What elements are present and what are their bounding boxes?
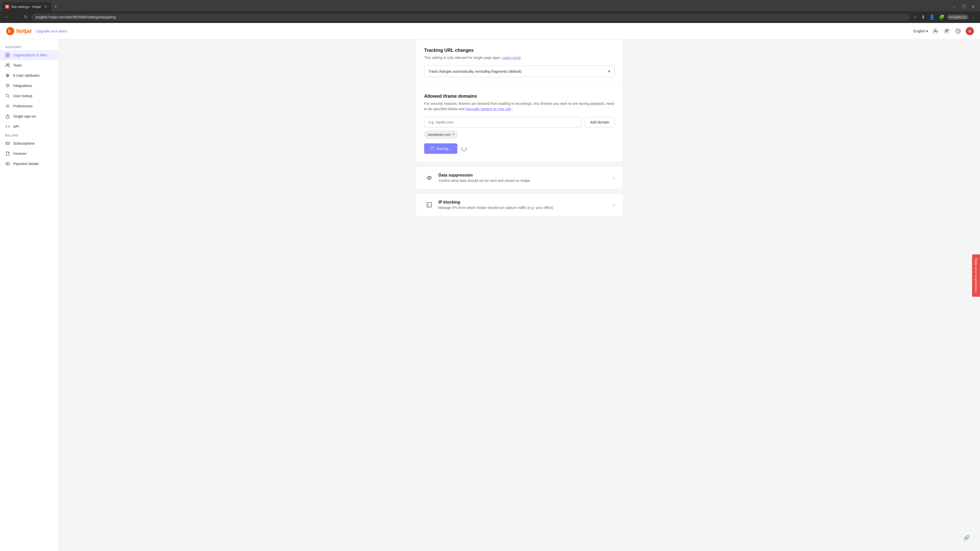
svg-point-14 <box>8 64 10 65</box>
download-icon[interactable]: ⬇ <box>920 13 927 21</box>
sidebar-item-label: Single sign-on <box>13 114 36 118</box>
ip-blocking-section: IP IP blocking Manage IPs from which Hot… <box>416 193 623 216</box>
sidebar-item-label: Preferences <box>13 104 32 108</box>
sidebar: Account Organizations & sites Team <box>0 39 59 551</box>
minimize-button[interactable]: ─ <box>951 3 958 10</box>
sliders-icon <box>5 73 10 78</box>
svg-point-1 <box>6 6 8 7</box>
sidebar-item-invoices[interactable]: Invoices <box>0 148 59 159</box>
svg-point-28 <box>427 176 431 179</box>
address-bar[interactable] <box>32 14 910 21</box>
sidebar-item-payment-details[interactable]: Payment details <box>0 159 59 169</box>
sidebar-item-api[interactable]: API <box>0 121 59 132</box>
back-button[interactable]: ← <box>3 14 11 21</box>
window-controls: ─ ❐ ✕ <box>951 3 978 10</box>
sidebar-item-user-attributes[interactable]: 8 User attributes <box>0 70 59 81</box>
add-domain-button[interactable]: Add domain <box>585 117 614 127</box>
svg-point-21 <box>6 94 8 97</box>
browser-tab-active[interactable]: Site settings - Hotjar ✕ <box>2 2 51 11</box>
invite-users-button[interactable] <box>932 27 939 35</box>
sidebar-item-label: Team <box>13 63 22 67</box>
manage-users-button[interactable] <box>943 27 950 35</box>
domain-input-field[interactable] <box>424 117 582 127</box>
svg-point-18 <box>6 74 7 75</box>
help-button[interactable]: ? <box>955 27 962 35</box>
lock-icon <box>5 114 10 119</box>
svg-point-4 <box>934 30 936 31</box>
svg-point-22 <box>7 105 8 107</box>
sidebar-item-subscriptions[interactable]: Subscriptions <box>0 138 59 148</box>
svg-rect-10 <box>8 53 10 55</box>
tracking-url-dropdown[interactable]: Track changes automatically, excluding f… <box>424 65 614 77</box>
sidebar-item-organizations-sites[interactable]: Organizations & sites <box>0 50 59 60</box>
sidebar-item-label: Integrations <box>13 84 32 88</box>
svg-point-6 <box>947 29 948 30</box>
manual-tag-link[interactable]: manually tagged on your site <box>466 107 511 111</box>
data-suppression-section: Data suppression Control what data shoul… <box>416 166 623 189</box>
logo-text: hotjar <box>16 28 32 35</box>
users-icon <box>5 63 10 68</box>
toolbar-actions: ☆ ⬇ 👤 🧩 Incognito (2) ⋮ <box>912 13 977 21</box>
language-selector[interactable]: English ▾ <box>913 29 928 33</box>
credit-card-icon <box>5 141 10 146</box>
save-row: Saving... <box>424 143 614 154</box>
data-suppression-title: Data suppression <box>438 173 613 178</box>
incognito-badge[interactable]: Incognito (2) <box>947 14 968 20</box>
billing-section-label: Billing <box>0 132 59 138</box>
maximize-button[interactable]: ❐ <box>960 3 967 10</box>
sidebar-item-preferences[interactable]: Preferences <box>0 101 59 111</box>
svg-text:IP: IP <box>428 204 430 206</box>
domain-tag: samplesite.com × <box>424 130 458 138</box>
new-tab-button[interactable]: + <box>52 3 59 11</box>
data-suppression-row[interactable]: Data suppression Control what data shoul… <box>416 167 623 189</box>
data-suppression-chevron-icon: › <box>613 175 614 181</box>
bookmark-icon[interactable]: ☆ <box>912 13 919 21</box>
sidebar-item-user-lookup[interactable]: User lookup <box>0 91 59 101</box>
sidebar-item-integrations[interactable]: Integrations <box>0 81 59 91</box>
language-label: English <box>913 29 925 33</box>
header-actions: English ▾ ? U <box>913 27 974 35</box>
tab-close-button[interactable]: ✕ <box>43 4 48 9</box>
hotjar-logo[interactable]: h hotjar <box>6 27 32 35</box>
ip-blocking-row[interactable]: IP IP blocking Manage IPs from which Hot… <box>416 194 623 216</box>
menu-icon[interactable]: ⋮ <box>969 13 977 21</box>
browser-toolbar: ← → ↻ ☆ ⬇ 👤 🧩 Incognito (2) ⋮ <box>0 11 980 23</box>
forward-button[interactable]: → <box>13 14 21 21</box>
sidebar-item-label: User lookup <box>13 94 32 98</box>
search-person-icon <box>5 94 10 98</box>
saving-button[interactable]: Saving... <box>424 143 457 154</box>
sidebar-item-team[interactable]: Team <box>0 60 59 70</box>
extensions-icon[interactable]: 🧩 <box>937 13 946 21</box>
loading-circle-icon <box>461 146 466 151</box>
ip-blocking-desc: Manage IPs from which Hotjar should not … <box>438 206 613 210</box>
ip-icon: IP <box>424 200 434 210</box>
sidebar-item-label: 8 User attributes <box>13 73 40 78</box>
domain-input-row: Add domain <box>424 117 614 127</box>
account-section-label: Account <box>0 43 59 50</box>
learn-more-link[interactable]: Learn more <box>503 56 521 60</box>
sidebar-item-label: Payment details <box>13 162 39 166</box>
sidebar-item-label: Invoices <box>13 151 26 156</box>
browser-chrome: Site settings - Hotjar ✕ + ─ ❐ ✕ ← → ↻ ☆… <box>0 0 980 23</box>
puzzle-icon <box>5 83 10 88</box>
rate-experience-panel[interactable]: Rate your experience <box>972 254 980 297</box>
reload-button[interactable]: ↻ <box>22 13 29 21</box>
allowed-iframe-title: Allowed iframe domains <box>424 94 614 99</box>
tab-favicon <box>5 5 9 9</box>
upgrade-link[interactable]: Upgrade your plans <box>36 29 67 33</box>
user-avatar[interactable]: U <box>966 27 974 35</box>
tracking-url-changes-inner: Tracking URL changes This setting is onl… <box>416 40 623 85</box>
data-suppression-content: Data suppression Control what data shoul… <box>438 173 613 183</box>
domain-tag-remove-button[interactable]: × <box>452 132 454 137</box>
tracking-url-changes-desc: This setting is only relevant for single… <box>424 55 614 60</box>
svg-point-27 <box>7 163 8 164</box>
sidebar-item-single-sign-on[interactable]: Single sign-on <box>0 111 59 121</box>
close-window-button[interactable]: ✕ <box>969 3 977 10</box>
main-content: Tracking URL changes This setting is onl… <box>59 39 980 551</box>
link-icon[interactable]: 🔗 <box>963 535 970 541</box>
domain-tag-value: samplesite.com <box>428 133 450 137</box>
svg-point-5 <box>945 30 947 31</box>
profile-icon[interactable]: 👤 <box>928 13 936 21</box>
svg-point-13 <box>6 64 8 65</box>
svg-text:?: ? <box>958 30 959 33</box>
